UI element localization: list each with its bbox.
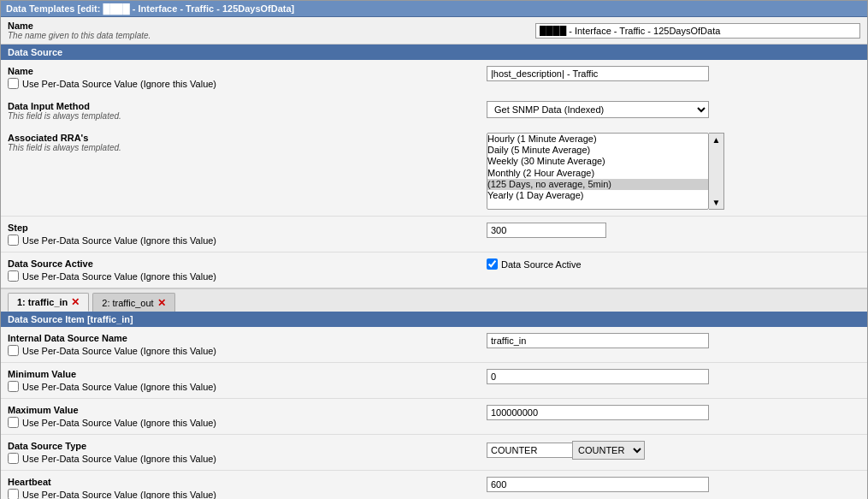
name-section-label: Name The name given to this data templat… — [8, 21, 151, 40]
tab-traffic-in[interactable]: 1: traffic_in ✕ — [8, 293, 89, 312]
ds-name-input[interactable] — [487, 66, 709, 81]
dsi-heartbeat-label-col: Heartbeat Use Per-Data Source Value (Ign… — [8, 477, 487, 499]
dsi-heartbeat-input[interactable] — [487, 477, 709, 492]
ds-step-checkbox[interactable] — [8, 235, 19, 246]
dsi-type-row: Data Source Type Use Per-Data Source Val… — [8, 438, 860, 466]
tab-traffic-in-close[interactable]: ✕ — [71, 296, 80, 308]
dsi-internal-name-section: Internal Data Source Name Use Per-Data S… — [1, 327, 867, 362]
rra-scroll-down[interactable]: ▼ — [709, 196, 723, 209]
dsi-heartbeat-label: Heartbeat — [8, 477, 487, 487]
dsi-internal-name-input[interactable] — [487, 333, 709, 348]
ds-active-label-col: Data Source Active Use Per-Data Source V… — [8, 258, 487, 282]
ds-input-method-label: Data Input Method — [8, 101, 487, 111]
rra-option-monthly[interactable]: Monthly (2 Hour Average) — [487, 168, 708, 179]
title-suffix: - Interface - Traffic - 125DaysOfData] — [133, 3, 295, 14]
dsi-max-label-col: Maximum Value Use Per-Data Source Value … — [8, 405, 487, 428]
dsi-type-label: Data Source Type — [8, 441, 487, 451]
ds-rra-control: Hourly (1 Minute Average) Daily (5 Minut… — [487, 133, 860, 210]
tab-traffic-out-close[interactable]: ✕ — [157, 297, 166, 309]
dsi-heartbeat-control — [487, 477, 860, 492]
rra-option-weekly[interactable]: Weekly (30 Minute Average) — [487, 156, 708, 167]
dsi-max-checkbox-row: Use Per-Data Source Value (Ignore this V… — [8, 417, 487, 428]
ds-step-checkbox-label: Use Per-Data Source Value (Ignore this V… — [22, 235, 216, 246]
name-sublabel: The name given to this data template. — [8, 31, 151, 40]
ds-step-input[interactable] — [487, 223, 606, 238]
ds-active-checkbox[interactable] — [8, 270, 19, 282]
dsi-type-section: Data Source Type Use Per-Data Source Val… — [1, 434, 867, 470]
dsi-type-checkbox-label: Use Per-Data Source Value (Ignore this V… — [22, 454, 216, 464]
dsi-max-checkbox-label: Use Per-Data Source Value (Ignore this V… — [22, 418, 216, 428]
ds-rra-label: Associated RRA's — [8, 133, 487, 143]
ds-active-row: Data Source Active Use Per-Data Source V… — [8, 256, 860, 284]
ds-name-row: Name Use Per-Data Source Value (Ignore t… — [8, 63, 860, 92]
ds-input-method-section: Data Input Method This field is always t… — [1, 95, 867, 127]
dsi-min-checkbox[interactable] — [8, 381, 19, 392]
ds-input-method-control: Get SNMP Data (Indexed) — [487, 101, 860, 118]
name-input[interactable] — [535, 23, 860, 39]
dsi-internal-name-checkbox[interactable] — [8, 345, 19, 356]
name-section: Name The name given to this data templat… — [1, 17, 867, 45]
ds-rra-listbox[interactable]: Hourly (1 Minute Average) Daily (5 Minut… — [487, 133, 709, 210]
dsi-internal-name-checkbox-label: Use Per-Data Source Value (Ignore this V… — [22, 346, 216, 356]
dsi-type-select[interactable]: COUNTER GAUGE DERIVE ABSOLUTE — [572, 441, 645, 460]
ds-input-method-row: Data Input Method This field is always t… — [8, 98, 860, 123]
ds-name-checkbox-label: Use Per-Data Source Value (Ignore this V… — [22, 79, 216, 89]
dsi-internal-name-label-col: Internal Data Source Name Use Per-Data S… — [8, 333, 487, 356]
rra-scroll-up[interactable]: ▲ — [709, 134, 723, 146]
dsi-min-label: Minimum Value — [8, 369, 487, 379]
dsi-type-checkbox-row: Use Per-Data Source Value (Ignore this V… — [8, 453, 487, 464]
ds-active-section: Data Source Active Use Per-Data Source V… — [1, 252, 867, 288]
dsi-min-checkbox-label: Use Per-Data Source Value (Ignore this V… — [22, 382, 216, 392]
page-wrapper: Data Templates [edit: ████ - Interface -… — [0, 0, 868, 499]
ds-name-label: Name — [8, 66, 487, 76]
rra-option-yearly[interactable]: Yearly (1 Day Average) — [487, 190, 708, 201]
ds-active-label: Data Source Active — [8, 258, 487, 269]
rra-option-125days[interactable]: (125 Days, no average, 5min) — [487, 179, 708, 190]
dsi-min-input[interactable] — [487, 369, 709, 384]
dsi-max-section: Maximum Value Use Per-Data Source Value … — [1, 398, 867, 434]
ds-rra-label-col: Associated RRA's This field is always te… — [8, 133, 487, 152]
rra-option-hourly[interactable]: Hourly (1 Minute Average) — [487, 134, 708, 145]
dsi-min-label-col: Minimum Value Use Per-Data Source Value … — [8, 369, 487, 392]
dsi-type-checkbox[interactable] — [8, 453, 19, 464]
dsi-max-control — [487, 405, 860, 420]
dsi-internal-name-label: Internal Data Source Name — [8, 333, 487, 343]
ds-input-method-sublabel: This field is always templated. — [8, 111, 487, 121]
dsi-max-input[interactable] — [487, 405, 709, 420]
ds-rra-row: Associated RRA's This field is always te… — [8, 130, 860, 212]
dsi-heartbeat-row: Heartbeat Use Per-Data Source Value (Ign… — [8, 474, 860, 499]
ds-name-checkbox-row: Use Per-Data Source Value (Ignore this V… — [8, 78, 487, 89]
title-prefix: Data Templates — [6, 3, 75, 14]
dsi-type-label-col: Data Source Type Use Per-Data Source Val… — [8, 441, 487, 464]
ds-active-active-checkbox[interactable] — [487, 258, 498, 270]
dsi-max-label: Maximum Value — [8, 405, 487, 415]
dsi-internal-name-checkbox-row: Use Per-Data Source Value (Ignore this V… — [8, 345, 487, 356]
dsi-min-control — [487, 369, 860, 384]
dsi-internal-name-control — [487, 333, 860, 348]
ds-step-section: Step Use Per-Data Source Value (Ignore t… — [1, 216, 867, 252]
tab-traffic-out-label: 2: traffic_out — [102, 298, 153, 308]
data-source-header: Data Source — [1, 45, 867, 60]
ds-name-section: Name Use Per-Data Source Value (Ignore t… — [1, 60, 867, 95]
ds-input-method-label-col: Data Input Method This field is always t… — [8, 101, 487, 121]
dsi-type-input[interactable] — [487, 443, 572, 458]
dsi-heartbeat-checkbox[interactable] — [8, 489, 19, 499]
dsi-min-row: Minimum Value Use Per-Data Source Value … — [8, 366, 860, 395]
ds-step-label-col: Step Use Per-Data Source Value (Ignore t… — [8, 223, 487, 246]
tab-traffic-out[interactable]: 2: traffic_out ✕ — [92, 293, 174, 312]
title-text: Data Templates [edit: ████ - Interface -… — [6, 3, 294, 14]
dsi-max-checkbox[interactable] — [8, 417, 19, 428]
dsi-max-row: Maximum Value Use Per-Data Source Value … — [8, 402, 860, 431]
title-bar: Data Templates [edit: ████ - Interface -… — [1, 1, 867, 17]
dsi-heartbeat-checkbox-row: Use Per-Data Source Value (Ignore this V… — [8, 489, 487, 499]
ds-step-row: Step Use Per-Data Source Value (Ignore t… — [8, 220, 860, 248]
ds-name-control — [487, 66, 860, 81]
ds-name-checkbox[interactable] — [8, 78, 19, 89]
dsi-min-section: Minimum Value Use Per-Data Source Value … — [1, 362, 867, 398]
dsi-heartbeat-checkbox-label: Use Per-Data Source Value (Ignore this V… — [22, 490, 216, 500]
dsi-heartbeat-section: Heartbeat Use Per-Data Source Value (Ign… — [1, 470, 867, 499]
rra-option-daily[interactable]: Daily (5 Minute Average) — [487, 145, 708, 156]
ds-name-label-col: Name Use Per-Data Source Value (Ignore t… — [8, 66, 487, 89]
ds-input-method-select[interactable]: Get SNMP Data (Indexed) — [487, 101, 709, 118]
dsi-type-counter-wrapper: COUNTER GAUGE DERIVE ABSOLUTE — [487, 441, 645, 460]
